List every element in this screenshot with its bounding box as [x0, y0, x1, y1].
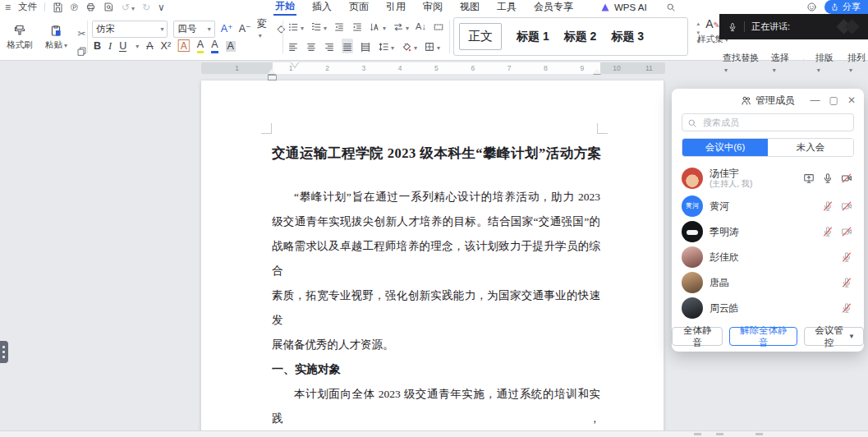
text-direction-icon[interactable]: ▾ [370, 19, 386, 34]
distribute-icon[interactable] [360, 39, 371, 53]
tab-member[interactable]: 会员专享 [532, 0, 575, 14]
borders-icon[interactable]: ▾ [424, 39, 440, 53]
minimize-icon[interactable]: — [811, 94, 820, 106]
save-icon[interactable] [53, 2, 63, 12]
right-indent-marker[interactable] [593, 69, 601, 74]
shading-icon[interactable]: ▾ [401, 39, 417, 53]
member-row[interactable]: 季明涛 [672, 218, 864, 244]
copy-icon[interactable] [76, 46, 87, 57]
tab-home[interactable]: 开始 [273, 0, 296, 16]
tab-page[interactable]: 页面 [347, 0, 370, 14]
file-menu[interactable]: 文件 [18, 1, 37, 13]
print-preview-icon[interactable] [103, 2, 114, 12]
document-line[interactable]: 展储备优秀的人才资源。 [272, 333, 600, 357]
mic-muted-icon[interactable] [822, 200, 834, 212]
toolbar-more-icon[interactable]: ∨ [158, 2, 165, 12]
italic-icon[interactable]: I [108, 41, 112, 52]
style-normal[interactable]: 正文 [459, 23, 502, 50]
align-center-icon[interactable] [305, 39, 317, 53]
camera-off-icon[interactable] [841, 226, 852, 237]
meeting-control-button[interactable]: 会议管控▼ [804, 327, 864, 346]
wps-ai-button[interactable]: WPS AI [600, 2, 647, 12]
mic-muted-icon[interactable] [841, 277, 852, 288]
screen-share-icon[interactable] [803, 172, 815, 184]
typeset-button[interactable]: 排版▾ [815, 52, 836, 74]
strikethrough-icon[interactable]: A [146, 41, 153, 52]
maximize-icon[interactable]: ▢ [829, 94, 838, 106]
style-heading3[interactable]: 标题 3 [611, 30, 644, 44]
font-color-icon[interactable]: A [211, 39, 218, 53]
member-search-input[interactable] [682, 113, 854, 131]
style-heading2[interactable]: 标题 2 [564, 30, 597, 44]
highlight-color-icon[interactable]: A [197, 39, 204, 53]
document-line[interactable]: “攀峰计划”旨在通过一系列精心设计的培养活动，助力 2023 [272, 185, 600, 209]
member-row[interactable]: 周云皓 [672, 295, 864, 320]
mute-all-button[interactable]: 全体静音 [672, 327, 723, 346]
bold-icon[interactable]: B [94, 41, 101, 52]
member-row[interactable]: 黄河 黄河 [672, 193, 864, 218]
underline-icon[interactable]: U [119, 41, 126, 53]
unmute-all-button[interactable]: 解除全体静音 [729, 327, 797, 346]
member-row[interactable]: 汤佳宇 (主持人, 我) [672, 163, 864, 193]
document-line[interactable]: 级交通青年实现拔尖创新人才培养的目标。结合国家“交通强国”的 [272, 209, 600, 234]
feedback-smiley-icon[interactable] [806, 2, 817, 12]
share-button[interactable]: 分享 [824, 0, 868, 14]
horizontal-ruler[interactable]: 1 12 34 56 78 9 1011 [201, 62, 665, 74]
export-pdf-icon[interactable]: ℗ [71, 2, 78, 12]
camera-off-icon[interactable] [841, 172, 852, 184]
close-icon[interactable]: ✕ [847, 94, 856, 106]
text-effects-icon[interactable]: 🄰 [178, 41, 190, 52]
tab-view[interactable]: 视图 [458, 0, 481, 14]
collapsed-toolbar-handle[interactable] [0, 341, 8, 363]
mic-on-icon[interactable] [822, 172, 834, 184]
undo-icon[interactable]: ↺▾ [122, 2, 135, 12]
document-page[interactable]: 交通运输工程学院 2023 级本科生“攀峰计划”活动方案 “攀峰计划”旨在通过一… [201, 80, 664, 431]
document-line[interactable]: 战略需求以及卓越工程师培养的理念，该计划致力于提升学员的综合 [272, 234, 600, 283]
swap-icon[interactable]: ▾ [393, 19, 409, 34]
document-line[interactable]: 素质，拓宽专业视野，强化创新实践能力，为国家交通事业的快速发 [272, 283, 600, 333]
tab-review[interactable]: 审阅 [421, 0, 444, 14]
document-line[interactable]: 本计划面向全体 2023 级交通青年实施，通过系统的培训和实践， [272, 382, 600, 431]
numbered-list-icon[interactable]: ▾ [310, 19, 327, 34]
left-indent-marker[interactable] [268, 75, 277, 80]
hamburger-menu-icon[interactable]: ≡ [5, 2, 11, 12]
tab-settings-icon[interactable] [433, 19, 444, 34]
redo-icon[interactable]: ↻ [142, 2, 150, 12]
member-row[interactable]: 彭佳欣 [672, 244, 864, 269]
member-row[interactable]: 唐晶 [672, 269, 864, 295]
tab-in-meeting[interactable]: 会议中(6) [682, 139, 768, 156]
document-heading[interactable]: 一、实施对象 [272, 357, 600, 382]
tab-not-joined[interactable]: 未入会 [768, 139, 853, 156]
find-replace-button[interactable]: 查找替换▾ [723, 52, 760, 74]
mic-muted-icon[interactable] [841, 251, 852, 263]
mic-muted-icon[interactable] [841, 302, 852, 314]
select-button[interactable]: 选择▾ [771, 52, 792, 74]
line-spacing-icon[interactable]: ▾ [378, 39, 394, 53]
grow-font-icon[interactable]: A⁺ [221, 24, 233, 34]
paste-button[interactable]: 粘贴▾ [39, 16, 72, 58]
camera-off-icon[interactable] [841, 200, 852, 212]
align-left-icon[interactable] [287, 39, 299, 53]
tab-insert[interactable]: 插入 [310, 0, 333, 14]
sort-icon[interactable]: A↓ [416, 21, 426, 31]
first-line-indent-marker[interactable] [291, 62, 299, 67]
print-icon[interactable] [85, 2, 96, 12]
superscript-icon[interactable]: X² [161, 41, 172, 52]
font-name-select[interactable]: 仿宋▾ [92, 21, 168, 38]
search-icon[interactable] [666, 2, 676, 12]
increase-indent-icon[interactable] [351, 19, 363, 34]
arrange-button[interactable]: 排列▾ [847, 52, 868, 74]
hanging-indent-marker[interactable] [268, 69, 276, 74]
clear-format-icon[interactable]: ◇ [277, 24, 285, 34]
font-size-select[interactable]: 四号▾ [173, 21, 214, 38]
shrink-font-icon[interactable]: A⁻ [239, 24, 251, 34]
tab-tools[interactable]: 工具 [495, 0, 518, 14]
tab-references[interactable]: 引用 [384, 0, 407, 14]
style-heading1[interactable]: 标题 1 [517, 30, 549, 44]
justify-icon[interactable] [342, 39, 353, 53]
phonetic-guide-icon[interactable]: 変▾ [257, 19, 272, 39]
align-right-icon[interactable] [324, 39, 335, 53]
mic-muted-icon[interactable] [822, 226, 834, 237]
cut-icon[interactable]: ✂ [77, 28, 85, 39]
character-shading-icon[interactable]: A [226, 41, 236, 52]
